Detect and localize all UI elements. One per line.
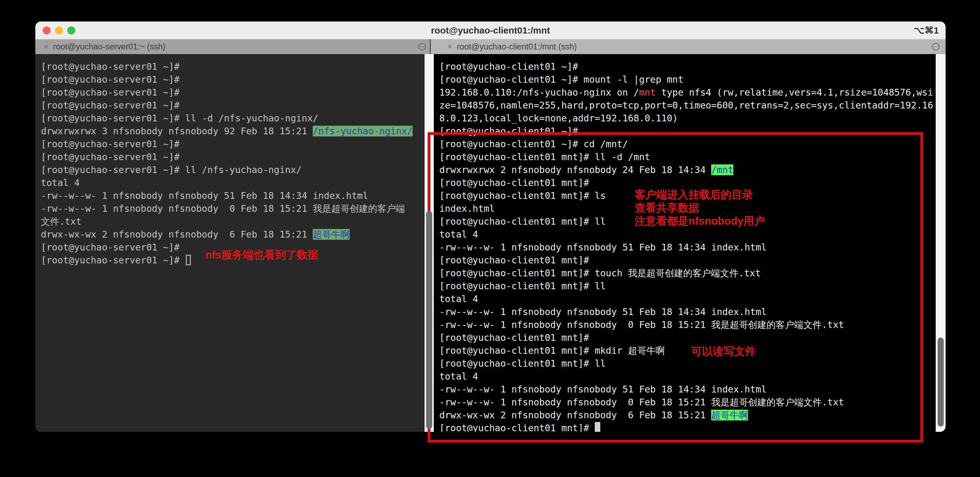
desktop: root@yuchao-client01:/mnt ⌥⌘1 × root@yuc… [0, 0, 980, 477]
terminal-line: -rw--w--w- 1 nfsnobody nfsnobody 0 Feb 1… [41, 202, 405, 215]
annotation-red-box [428, 132, 923, 443]
terminal-line: 文件.txt [41, 215, 81, 228]
pane-titlebar-client[interactable]: × root@yuchao-client01:/mnt (ssh) ⋯ [431, 39, 946, 54]
terminal-line: [root@yuchao-server01 ~]# [41, 254, 191, 267]
close-pane-icon[interactable]: × [41, 42, 51, 52]
scrollbar-thumb[interactable] [938, 337, 944, 427]
terminal-line: 8.0.123,local_lock=none,addr=192.168.0.1… [439, 112, 678, 125]
terminal-line: [root@yuchao-server01 ~]# [41, 151, 185, 164]
terminal-line: [root@yuchao-server01 ~]# [41, 138, 185, 151]
annotation-note: 注意看都是nfsnobody用户 [635, 214, 765, 228]
terminal-line: [root@yuchao-server01 ~]# [41, 60, 185, 73]
pane-menu-ellipsis-icon[interactable]: ⋯ [418, 43, 426, 50]
close-pane-icon[interactable]: × [444, 42, 455, 52]
terminal-cursor [186, 255, 191, 265]
pane-titlebar-row: × root@yuchao-server01:~ (ssh) ⋯ × root@… [35, 39, 946, 54]
pane-title-client: root@yuchao-client01:/mnt (ssh) [457, 42, 577, 52]
terminal-line: total 4 [41, 176, 80, 189]
highlighted-path: 超哥牛啊 [313, 229, 350, 240]
terminal-pane-server[interactable]: [root@yuchao-server01 ~]# [root@yuchao-s… [35, 54, 425, 432]
window-titlebar[interactable]: root@yuchao-client01:/mnt ⌥⌘1 [35, 22, 946, 39]
terminal-line: [root@yuchao-client01 ~]# mount -l |grep… [439, 73, 684, 86]
terminal-line: [root@yuchao-server01 ~]# [41, 86, 185, 99]
terminal-line: [root@yuchao-server01 ~]# [41, 241, 185, 254]
annotation-note: 客户端进入挂载后的目录 [635, 187, 753, 202]
pane-titlebar-server[interactable]: × root@yuchao-server01:~ (ssh) ⋯ [35, 39, 430, 54]
terminal-line: [root@yuchao-server01 ~]# ll -d /nfs-yuc… [41, 112, 318, 125]
scrollbar-thumb[interactable] [426, 211, 432, 429]
highlighted-path: /nfs-yuchao-nginx/ [313, 126, 413, 136]
terminal-line: 192.168.0.110:/nfs-yuchao-nginx on /mnt … [439, 86, 933, 99]
pane-title-server: root@yuchao-server01:~ (ssh) [53, 42, 165, 52]
terminal-line: [root@yuchao-server01 ~]# [41, 99, 185, 112]
annotation-note: 可以读写文件 [691, 344, 756, 359]
window-title: root@yuchao-client01:/mnt [35, 22, 946, 39]
terminal-line: -rw--w--w- 1 nfsnobody nfsnobody 51 Feb … [41, 189, 368, 202]
terminal-line: [root@yuchao-client01 ~]# [439, 60, 584, 73]
terminal-line: [root@yuchao-server01 ~]# ll /nfs-yuchao… [41, 164, 302, 176]
grep-match-text: mnt [639, 87, 655, 98]
annotation-note: nfs服务端也看到了数据 [205, 248, 318, 262]
terminal-line: drwxrwxrwx 3 nfsnobody nfsnobody 92 Feb … [41, 125, 413, 138]
pane-menu-ellipsis-icon[interactable]: ⋯ [932, 43, 939, 50]
annotation-note: 查看共享数据 [635, 201, 699, 215]
terminal-line: [root@yuchao-server01 ~]# [41, 73, 185, 86]
terminal-line: drwx-wx-wx 2 nfsnobody nfsnobody 6 Feb 1… [41, 228, 350, 241]
terminal-line: ze=1048576,namlen=255,hard,proto=tcp,por… [439, 99, 933, 112]
tab-shortcut-badge: ⌥⌘1 [914, 22, 939, 39]
